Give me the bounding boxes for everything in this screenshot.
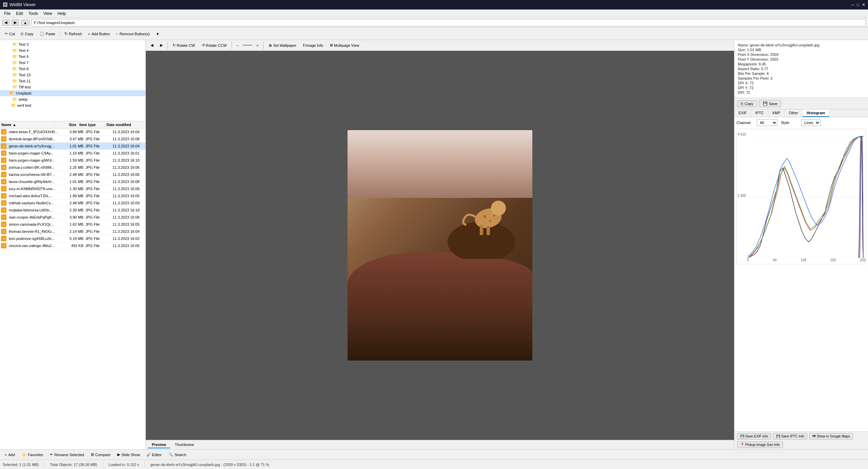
prev-image-button[interactable]: ◀ — [148, 42, 156, 48]
col-header-type[interactable]: Item type — [78, 122, 105, 127]
tree-item-test11[interactable]: 📁 Test 11 — [0, 78, 145, 84]
slideshow-btn[interactable]: ▶ Slide Show — [115, 452, 143, 457]
menu-file[interactable]: File — [1, 11, 13, 17]
set-wallpaper-button[interactable]: 🖥 Set Wallpaper — [265, 43, 299, 48]
search-btn[interactable]: 🔍 Search — [166, 452, 189, 457]
file-row[interactable]: J vincent-van-zalinge-4Mu2... 492 KB JPG… — [0, 242, 145, 249]
file-date: 11.3.2023 16:05 — [113, 244, 145, 248]
channel-select[interactable]: All Red Green Blue — [757, 119, 777, 126]
filter-button[interactable]: ▼ — [153, 31, 162, 37]
next-image-button[interactable]: ▶ — [157, 42, 165, 48]
tree-item-test3[interactable]: 📁 Test 3 — [0, 41, 145, 47]
image-area[interactable] — [146, 51, 734, 440]
maps-icon: 🗺 — [812, 434, 816, 438]
add-btn[interactable]: + Add — [2, 452, 18, 457]
tree-item-test6[interactable]: 📁 Test 6 — [0, 54, 145, 60]
file-row[interactable]: J claire-brear-F_fPZuIOXXH0... 3.89 MB J… — [0, 128, 145, 136]
menu-view[interactable]: View — [41, 11, 55, 17]
tree-item-webp[interactable]: 📁 webp — [0, 96, 145, 102]
file-row[interactable]: J joshua-j-cotten-BK-xfX8M... 2.25 MB JP… — [0, 164, 145, 171]
tree-item-tiff[interactable]: 📁 Tiff test — [0, 84, 145, 90]
file-name: geran-de-klerk-wYy3rvvgj... — [7, 144, 62, 148]
maximize-btn[interactable]: □ — [857, 2, 859, 7]
tab-other[interactable]: Other — [785, 109, 803, 117]
file-row[interactable]: J geran-de-klerk-wYy3rvvgj... 1.01 MB JP… — [0, 143, 145, 150]
file-row[interactable]: J sian-cooper-4kEobPqPgK... 3.90 MB JPG … — [0, 214, 145, 221]
info-save-button[interactable]: 💾 Save — [759, 100, 781, 107]
file-row[interactable]: J hans-jurgen-mager-gIWUl... 1.59 MB JPG… — [0, 157, 145, 164]
remove-button-btn[interactable]: − Remove Button(s) — [113, 31, 152, 37]
tree-item-test7[interactable]: 📁 Test 7 — [0, 60, 145, 66]
file-row[interactable]: J tom-podmore-sg4SBLu2e... 5.19 MB JPG F… — [0, 235, 145, 242]
file-name: hans-jurgen-mager-gIWUl... — [7, 158, 62, 162]
file-name: sian-cooper-4kEobPqPgK... — [7, 215, 62, 219]
address-bar: ◀ ▶ ▲ — [0, 18, 868, 28]
tree-item-test10[interactable]: 📁 Test 10 — [0, 72, 145, 78]
info-megapixels: Megapixels: 8.45 — [738, 62, 865, 66]
editor-btn[interactable]: 🖊 Editor — [144, 452, 164, 457]
multipage-button[interactable]: ⊞ Multipage View — [327, 42, 362, 48]
minimize-btn[interactable]: ─ — [851, 2, 854, 7]
file-name: dominik-lange-BFsm5VIdll... — [7, 137, 62, 141]
paste-button[interactable]: 📋 Paste — [37, 30, 58, 37]
show-google-maps-button[interactable]: 🗺 Show in Google Maps — [809, 433, 853, 440]
file-row[interactable]: J dominik-lange-BFsm5VIdll... 3.47 MB JP… — [0, 136, 145, 143]
zoom-in-button[interactable]: + — [254, 43, 261, 48]
back-button[interactable]: ◀ — [2, 19, 9, 26]
col-header-size[interactable]: Size — [54, 122, 78, 127]
file-icon: J — [1, 129, 6, 135]
file-row[interactable]: J mikhail-vasilyev-NodtnCs... 2.48 MB JP… — [0, 200, 145, 207]
image-info-button[interactable]: ℹ Image Info — [300, 42, 326, 48]
tab-preview[interactable]: Preview — [148, 442, 170, 448]
file-row[interactable]: J laura-chouette-g6Ny4dvH... 1.01 MB JPG… — [0, 178, 145, 185]
tab-exif[interactable]: EXIF — [734, 109, 751, 117]
file-row[interactable]: J simon-caminada-PcX1Qc... 1.62 MB JPG F… — [0, 221, 145, 228]
file-row[interactable]: J hans-jurgen-mager-C9Ay... 1.10 MB JPG … — [0, 150, 145, 157]
tab-iptc[interactable]: IPTC — [751, 109, 768, 117]
col-header-name[interactable]: Name ▲ — [0, 122, 54, 127]
tab-xmp[interactable]: XMP — [768, 109, 785, 117]
menu-edit[interactable]: Edit — [13, 11, 26, 17]
pickup-geo-button[interactable]: 📍 Pickup Image Geo Info — [737, 442, 783, 448]
file-row[interactable]: J mojtaba-fahiminia-LMXb... 2.39 MB JPG … — [0, 207, 145, 214]
folder-tree[interactable]: 📁 Test 3 📁 Test 4 📁 Test 6 📁 Test 7 📁 — [0, 40, 145, 121]
tab-thumbview[interactable]: Thumbview — [171, 442, 198, 448]
zoom-out-button[interactable]: − — [234, 43, 241, 48]
file-size: 3.89 MB — [62, 130, 85, 134]
tree-item-wmf[interactable]: 📁 wmf test — [0, 102, 145, 108]
tree-item-test8[interactable]: 📁 Test 8 — [0, 66, 145, 72]
add-button-btn[interactable]: + Add Button — [85, 31, 113, 37]
favorites-btn[interactable]: ⭐ Favorites — [19, 452, 46, 457]
file-date: 11.3.2023 16:04 — [113, 144, 145, 148]
file-list-area[interactable]: Name ▲ Size Item type Date modified J cl… — [0, 121, 145, 449]
rotate-ccw-button[interactable]: ↺ Rotate CCW — [199, 42, 230, 48]
viewer-sep-2 — [232, 42, 232, 49]
tree-item-test4[interactable]: 📁 Test 4 — [0, 47, 145, 54]
file-type: JPG File — [85, 158, 113, 162]
menu-tools[interactable]: Tools — [26, 11, 41, 17]
tree-item-unsplash[interactable]: 📂 Unsplash — [0, 90, 145, 96]
style-select[interactable]: Lines Bars Area — [801, 119, 821, 126]
refresh-button[interactable]: ↻ Refresh — [62, 30, 85, 37]
file-row[interactable]: J karina-vorozheeva-rW-l87... 2.48 MB JP… — [0, 171, 145, 178]
menu-help[interactable]: Help — [55, 11, 69, 17]
cut-button[interactable]: ✂ ✂ Cut Cut — [2, 30, 18, 37]
compare-btn[interactable]: ⊞ Compare — [88, 452, 113, 457]
rotate-cw-button[interactable]: ↻ Rotate CW — [170, 42, 198, 48]
address-input[interactable] — [32, 19, 866, 26]
file-row[interactable]: J michael-aleo-tb4usTZhL... 1.99 MB JPG … — [0, 192, 145, 200]
copy-button[interactable]: ⎘ Copy — [18, 31, 36, 37]
close-btn[interactable]: ✕ — [862, 2, 865, 7]
forward-button[interactable]: ▶ — [12, 19, 19, 26]
tab-histogram[interactable]: Histogram — [803, 109, 829, 117]
status-sep-1 — [44, 462, 44, 467]
up-button[interactable]: ▲ — [21, 20, 29, 26]
file-row[interactable]: J thomas-bennie-R1_Rt0Xz... 2.14 MB JPG … — [0, 228, 145, 235]
save-iptc-button[interactable]: 💾 Save IPTC Info — [773, 433, 807, 440]
rename-btn[interactable]: ✏ Rename Selected — [47, 452, 86, 457]
file-row[interactable]: J lucy-m-KNMbRhfSIT8-uns... 1.30 MB JPG … — [0, 185, 145, 192]
refresh-icon: ↻ — [64, 32, 67, 36]
info-copy-button[interactable]: ⎘ Copy — [737, 100, 757, 107]
col-header-date[interactable]: Date modified — [105, 122, 145, 127]
save-exif-button[interactable]: 💾 Save EXIF Info — [737, 433, 771, 440]
